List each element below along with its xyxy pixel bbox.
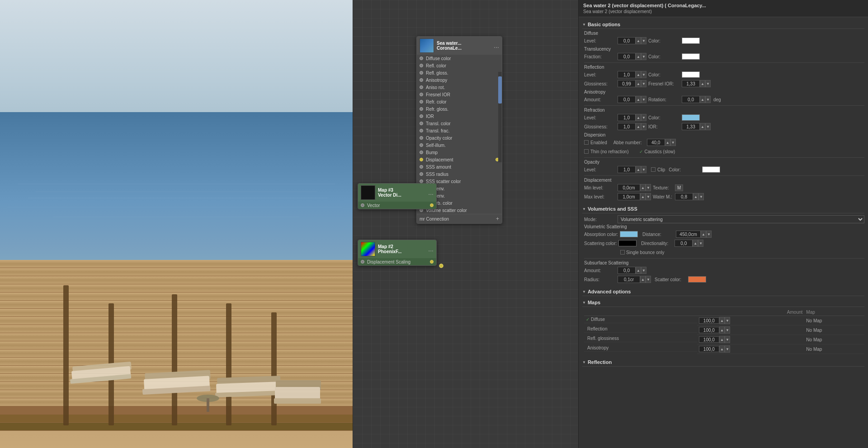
translucency-color-swatch[interactable] <box>682 53 700 60</box>
directionality-up[interactable]: ▲ <box>693 240 698 247</box>
section-basic-options[interactable]: ▼ Basic options <box>582 20 864 29</box>
ior-input[interactable] <box>682 123 700 130</box>
port-displacement-scaling[interactable]: Displacement Scaling <box>358 258 436 265</box>
node-menu[interactable]: ... <box>494 42 499 49</box>
fraction-stepper[interactable]: ▲ ▼ <box>618 53 646 60</box>
port-diffuse-color[interactable]: Diffuse color <box>417 55 502 62</box>
refl-level-down[interactable]: ▼ <box>641 71 646 78</box>
disp-texture-value[interactable]: M <box>675 184 683 191</box>
right-panel-body[interactable]: ▼ Basic options Diffuse Level: ▲ ▼ Color… <box>579 17 868 448</box>
refl-gloss-stepper[interactable]: ▲ ▼ <box>618 80 646 87</box>
disp-min-stepper[interactable]: ▲ ▼ <box>618 184 651 191</box>
refl-level-up[interactable]: ▲ <box>636 71 641 78</box>
node-map2[interactable]: Map #2 PhoenixF... ... Displacement Scal… <box>358 240 437 266</box>
sss-radius-stepper[interactable]: ▲ ▼ <box>618 276 651 283</box>
disp-water-down[interactable]: ▼ <box>698 193 704 200</box>
diffuse-level-stepper[interactable]: ▲ ▼ <box>618 37 646 44</box>
port-opacity-color[interactable]: Opacity color <box>417 134 502 141</box>
fresnel-stepper[interactable]: ▲ ▼ <box>682 80 711 87</box>
maps-reflgloss-down[interactable]: ▼ <box>725 336 730 343</box>
vol-mode-select[interactable]: Volumetric scattering <box>618 215 864 223</box>
node-scrollbar[interactable] <box>498 72 502 162</box>
sss-amount-input[interactable] <box>618 267 636 274</box>
section-reflection-bottom[interactable]: ▼ Reflection <box>582 358 864 367</box>
port-self-illum[interactable]: Self-illum. <box>417 141 502 149</box>
dispersion-enabled-check[interactable] <box>584 140 589 145</box>
port-anisotropy[interactable]: Anisotropy <box>417 76 502 84</box>
maps-aniso-up[interactable]: ▲ <box>719 345 725 353</box>
opacity-level-down[interactable]: ▼ <box>641 166 646 173</box>
sss-amount-stepper[interactable]: ▲ ▼ <box>618 267 646 274</box>
opacity-level-up[interactable]: ▲ <box>636 166 641 173</box>
sss-radius-up[interactable]: ▲ <box>640 276 646 283</box>
sss-radius-input[interactable] <box>618 276 640 283</box>
fresnel-up[interactable]: ▲ <box>700 80 705 87</box>
refr-gloss-input[interactable] <box>618 123 636 130</box>
sss-radius-down[interactable]: ▼ <box>646 276 651 283</box>
ior-up[interactable]: ▲ <box>700 123 705 130</box>
directionality-down[interactable]: ▼ <box>698 240 703 247</box>
aniso-rotation-up[interactable]: ▲ <box>700 96 705 103</box>
refr-gloss-down[interactable]: ▼ <box>641 123 646 130</box>
maps-refl-down[interactable]: ▼ <box>725 326 730 334</box>
node-map3-menu[interactable]: ... <box>428 189 434 196</box>
port-refr-gloss[interactable]: Refr. gloss. <box>417 105 502 113</box>
sss-scatter-swatch[interactable] <box>688 276 706 283</box>
refr-level-stepper[interactable]: ▲ ▼ <box>618 114 646 121</box>
disp-max-stepper[interactable]: ▲ ▼ <box>618 193 651 200</box>
maps-reflgloss-amount[interactable] <box>699 336 719 343</box>
maps-aniso-amount[interactable] <box>699 346 719 352</box>
maps-refl-up[interactable]: ▲ <box>719 326 725 334</box>
ior-down[interactable]: ▼ <box>705 123 711 130</box>
port-transl-frac[interactable]: Transl. frac. <box>417 127 502 134</box>
port-ior[interactable]: IOR <box>417 113 502 120</box>
fresnel-input[interactable] <box>682 80 700 87</box>
disp-max-input[interactable] <box>618 193 640 200</box>
maps-aniso-down[interactable]: ▼ <box>725 345 730 353</box>
sss-amount-up[interactable]: ▲ <box>636 267 641 274</box>
maps-diffuse-down[interactable]: ▼ <box>725 317 730 324</box>
maps-diffuse-up[interactable]: ▲ <box>719 317 725 324</box>
refl-level-input[interactable] <box>618 71 636 78</box>
node-map2-menu[interactable]: ... <box>428 245 434 253</box>
single-bounce-check[interactable] <box>620 250 625 255</box>
port-transl-color[interactable]: Transl. color <box>417 120 502 127</box>
directionality-stepper[interactable]: ▲ ▼ <box>675 240 703 247</box>
maps-refl-amount-stepper[interactable]: ▲ ▼ <box>699 326 802 334</box>
port-refl-gloss[interactable]: Refl. gloss. <box>417 69 502 76</box>
port-refr-color[interactable]: Refr. color <box>417 98 502 105</box>
refr-level-input[interactable] <box>618 114 636 121</box>
abbe-up[interactable]: ▲ <box>665 139 670 146</box>
diffuse-color-swatch[interactable] <box>682 38 700 44</box>
port-vector-left[interactable]: Vector <box>358 202 436 209</box>
refr-level-up[interactable]: ▲ <box>636 114 641 121</box>
aniso-rotation-stepper[interactable]: ▲ ▼ <box>682 96 711 103</box>
disp-max-up[interactable]: ▲ <box>640 193 646 200</box>
aniso-amount-up[interactable]: ▲ <box>636 96 641 103</box>
refl-level-stepper[interactable]: ▲ ▼ <box>618 71 646 78</box>
maps-reflgloss-up[interactable]: ▲ <box>719 336 725 343</box>
port-sss-radius[interactable]: SSS radius <box>417 170 502 178</box>
disp-max-down[interactable]: ▼ <box>646 193 651 200</box>
port-sss-amount[interactable]: SSS amount <box>417 163 502 170</box>
maps-diffuse-amount-stepper[interactable]: ▲ ▼ <box>699 317 802 324</box>
distance-down[interactable]: ▼ <box>706 231 712 238</box>
disp-water-stepper[interactable]: ▲ ▼ <box>675 193 704 200</box>
section-advanced[interactable]: ▼ Advanced options <box>582 287 864 296</box>
fraction-down[interactable]: ▼ <box>641 53 646 60</box>
node-map3[interactable]: Map #3 Vector Di... ... Vector <box>358 183 437 209</box>
disp-min-down[interactable]: ▼ <box>646 184 651 191</box>
disp-min-input[interactable] <box>618 184 640 191</box>
thin-check[interactable] <box>584 149 589 154</box>
port-fresnel-ior[interactable]: Fresnel IOR <box>417 91 502 98</box>
directionality-input[interactable] <box>675 240 693 247</box>
scattering-color-swatch[interactable] <box>618 240 637 246</box>
aniso-rotation-input[interactable] <box>682 96 700 103</box>
refr-gloss-stepper[interactable]: ▲ ▼ <box>618 123 646 130</box>
port-displacement[interactable]: Displacement <box>417 156 502 163</box>
diffuse-level-up[interactable]: ▲ <box>636 37 641 44</box>
port-refl-color[interactable]: Refl. color <box>417 62 502 69</box>
refl-color-swatch[interactable] <box>682 71 700 78</box>
disp-water-input[interactable] <box>675 193 693 200</box>
refr-gloss-up[interactable]: ▲ <box>636 123 641 130</box>
